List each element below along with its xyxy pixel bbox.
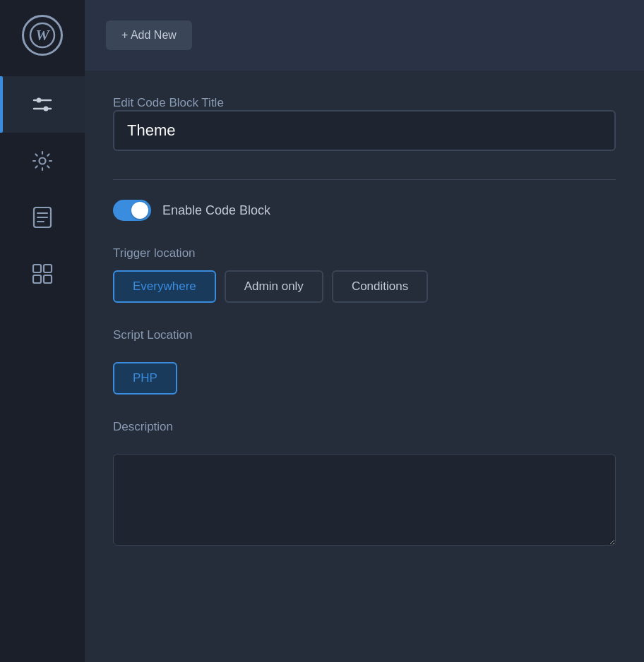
svg-point-6 bbox=[40, 158, 46, 164]
trigger-everywhere-button[interactable]: Everywhere bbox=[113, 270, 216, 303]
enable-toggle[interactable] bbox=[113, 200, 151, 221]
enable-code-block-label: Enable Code Block bbox=[162, 203, 270, 218]
form-content: Edit Code Block Title Enable Code Block … bbox=[85, 71, 644, 662]
trigger-conditions-label: Conditions bbox=[352, 279, 408, 293]
main-content: + Add New Edit Code Block Title Enable C… bbox=[85, 0, 644, 662]
sidebar-item-settings[interactable] bbox=[0, 133, 85, 189]
gear-icon bbox=[31, 150, 54, 172]
script-location-label: Script Location bbox=[113, 328, 616, 342]
sliders-icon bbox=[31, 93, 54, 116]
trigger-admin-only-label: Admin only bbox=[244, 279, 304, 293]
svg-rect-14 bbox=[44, 275, 52, 283]
svg-point-5 bbox=[44, 107, 49, 112]
sidebar-item-grid[interactable] bbox=[0, 246, 85, 302]
sidebar-logo: W bbox=[0, 0, 85, 71]
add-new-label: + Add New bbox=[121, 29, 177, 42]
script-php-button[interactable]: PHP bbox=[113, 362, 177, 395]
edit-title-label: Edit Code Block Title bbox=[113, 96, 224, 109]
top-bar: + Add New bbox=[85, 0, 644, 71]
sidebar-item-sliders[interactable] bbox=[0, 76, 85, 133]
trigger-everywhere-label: Everywhere bbox=[133, 279, 196, 293]
svg-rect-11 bbox=[33, 265, 41, 272]
svg-point-3 bbox=[37, 98, 42, 103]
svg-rect-13 bbox=[33, 275, 41, 283]
wordpress-logo-icon: W bbox=[22, 15, 63, 56]
toggle-knob bbox=[131, 202, 148, 219]
svg-text:W: W bbox=[35, 26, 50, 44]
trigger-location-section: Trigger location Everywhere Admin only C… bbox=[113, 246, 616, 303]
add-new-button[interactable]: + Add New bbox=[106, 20, 192, 50]
grid-icon bbox=[32, 263, 53, 284]
sidebar-item-document[interactable] bbox=[0, 189, 85, 246]
sidebar: W bbox=[0, 0, 85, 662]
script-location-section: Script Location PHP bbox=[113, 328, 616, 395]
svg-rect-12 bbox=[44, 265, 52, 272]
sidebar-navigation bbox=[0, 76, 85, 302]
trigger-admin-only-button[interactable]: Admin only bbox=[225, 270, 323, 303]
trigger-conditions-button[interactable]: Conditions bbox=[332, 270, 428, 303]
trigger-location-label: Trigger location bbox=[113, 246, 616, 260]
code-block-title-input[interactable] bbox=[113, 110, 616, 151]
document-icon bbox=[32, 206, 52, 229]
trigger-button-group: Everywhere Admin only Conditions bbox=[113, 270, 616, 303]
description-label: Description bbox=[113, 420, 616, 434]
description-textarea[interactable] bbox=[113, 454, 616, 546]
enable-toggle-row: Enable Code Block bbox=[113, 200, 616, 221]
description-section: Description bbox=[113, 420, 616, 548]
section-divider bbox=[113, 179, 616, 180]
script-php-label: PHP bbox=[133, 371, 157, 385]
